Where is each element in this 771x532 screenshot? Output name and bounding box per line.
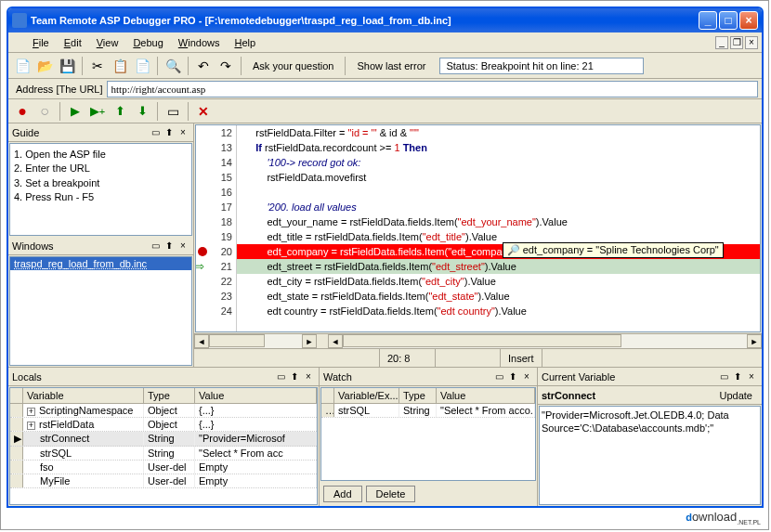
watch-delete-button[interactable]: Delete <box>366 486 416 502</box>
panel-pin-icon[interactable]: ⬆ <box>731 370 744 383</box>
panel-pin-icon[interactable]: ⬆ <box>163 126 176 139</box>
copy-frame-icon[interactable]: ▭ <box>163 101 183 122</box>
step-into-icon[interactable]: ▶+ <box>87 101 108 122</box>
panel-close-icon[interactable]: × <box>520 370 533 383</box>
panel-close-icon[interactable]: × <box>745 370 758 383</box>
guide-list: 1. Open the ASP file 2. Enter the URL 3.… <box>9 143 192 236</box>
address-bar: Address [The URL] <box>8 79 762 99</box>
step-out-icon[interactable]: ⬇ <box>132 101 152 122</box>
windows-list: traspd_reg_load_from_db.inc <box>9 256 192 366</box>
stop-record-icon[interactable]: ○ <box>34 101 55 122</box>
app-icon <box>12 13 27 28</box>
guide-item: 3. Set a breakpoint <box>14 176 188 190</box>
guide-panel-header: Guide ▭ ⬆ × <box>8 123 193 142</box>
editor-statusbar: 20: 8 Insert <box>194 348 762 367</box>
debug-toolbar: ● ○ ▶ ▶+ ⬆ ⬇ ▭ ✕ <box>8 99 762 123</box>
mdi-close-button[interactable]: × <box>745 36 758 49</box>
panel-dock-icon[interactable]: ▭ <box>717 370 730 383</box>
watch-grid[interactable]: Variable/Ex... Type Value …strSQLString"… <box>320 387 536 481</box>
panel-close-icon[interactable]: × <box>176 240 189 253</box>
titlebar: Team Remote ASP Debugger PRO - [F:\remot… <box>8 8 762 32</box>
window-item[interactable]: traspd_reg_load_from_db.inc <box>10 257 191 270</box>
delete-icon[interactable]: ✕ <box>193 101 214 122</box>
status-display: Status: Breakpoint hit on line: 21 <box>439 58 644 74</box>
watch-panel-header: Watch ▭ ⬆ × <box>320 368 537 386</box>
locals-grid[interactable]: Variable Type Value +ScriptingNamespaceO… <box>9 387 318 505</box>
panel-dock-icon[interactable]: ▭ <box>149 240 162 253</box>
new-icon[interactable]: 📄 <box>12 56 33 76</box>
main-toolbar: 📄 📂 💾 ✂ 📋 📄 🔍 ↶ ↷ Ask your question Show… <box>8 53 762 79</box>
menu-view[interactable]: View <box>89 35 126 50</box>
maximize-button[interactable]: □ <box>719 11 738 30</box>
undo-icon[interactable]: ↶ <box>193 56 214 76</box>
record-icon[interactable]: ● <box>12 101 33 122</box>
guide-item: 1. Open the ASP file <box>14 148 188 162</box>
menubar: File Edit View Debug Windows Help _ ❐ × <box>8 32 762 53</box>
panel-dock-icon[interactable]: ▭ <box>149 126 162 139</box>
watermark: download.NET.PL <box>686 510 761 526</box>
minimize-button[interactable]: _ <box>699 11 717 30</box>
redo-icon[interactable]: ↷ <box>216 56 236 76</box>
open-icon[interactable]: 📂 <box>34 56 55 76</box>
menu-debug[interactable]: Debug <box>125 35 170 50</box>
copy-icon[interactable]: 📋 <box>110 56 130 76</box>
panel-pin-icon[interactable]: ⬆ <box>163 240 176 253</box>
ask-question-button[interactable]: Ask your question <box>246 58 340 74</box>
run-icon[interactable]: ▶ <box>65 101 85 122</box>
panel-dock-icon[interactable]: ▭ <box>274 370 287 383</box>
guide-item: 2. Enter the URL <box>14 162 188 175</box>
paste-icon[interactable]: 📄 <box>132 56 152 76</box>
save-icon[interactable]: 💾 <box>57 56 77 76</box>
guide-item: 4. Press Run - F5 <box>14 190 188 204</box>
show-last-error-button[interactable]: Show last error <box>350 58 432 74</box>
menu-edit[interactable]: Edit <box>57 35 89 50</box>
panel-pin-icon[interactable]: ⬆ <box>288 370 301 383</box>
windows-panel-header: Windows ▭ ⬆ × <box>8 237 193 255</box>
menu-file[interactable]: File <box>25 35 57 50</box>
close-button[interactable]: × <box>739 11 758 30</box>
app-menu-icon[interactable] <box>12 36 25 49</box>
mdi-restore-button[interactable]: ❐ <box>730 36 743 49</box>
panel-close-icon[interactable]: × <box>302 370 315 383</box>
h-scrollbar[interactable]: ◄ ► ◄ ► <box>194 333 762 348</box>
step-over-icon[interactable]: ⬆ <box>110 101 130 122</box>
insert-mode: Insert <box>501 349 542 367</box>
menu-windows[interactable]: Windows <box>171 35 228 50</box>
address-input[interactable] <box>107 81 758 97</box>
panel-close-icon[interactable]: × <box>176 126 189 139</box>
code-editor[interactable]: 12131415161718192021⇨222324 rstFieldData… <box>195 124 761 332</box>
curvar-panel-header: Current Variable ▭ ⬆ × <box>538 368 762 386</box>
cut-icon[interactable]: ✂ <box>87 56 108 76</box>
curvar-value[interactable]: "Provider=Microsoft.Jet.OLEDB.4.0; Data … <box>539 406 761 505</box>
cursor-position: 20: 8 <box>380 349 436 367</box>
panel-dock-icon[interactable]: ▭ <box>492 370 505 383</box>
address-label: Address [The URL] <box>12 84 107 95</box>
mdi-minimize-button[interactable]: _ <box>715 36 728 49</box>
panel-pin-icon[interactable]: ⬆ <box>506 370 519 383</box>
locals-panel-header: Locals ▭ ⬆ × <box>8 368 319 386</box>
title-text: Team Remote ASP Debugger PRO - [F:\remot… <box>31 15 451 26</box>
value-tooltip: 🔎 edt_company = "Spline Technologies Cor… <box>503 242 724 258</box>
find-icon[interactable]: 🔍 <box>163 56 183 76</box>
curvar-name: strConnect <box>542 390 714 401</box>
curvar-update-button[interactable]: Update <box>714 390 758 401</box>
menu-help[interactable]: Help <box>227 35 263 50</box>
watch-add-button[interactable]: Add <box>323 486 362 502</box>
